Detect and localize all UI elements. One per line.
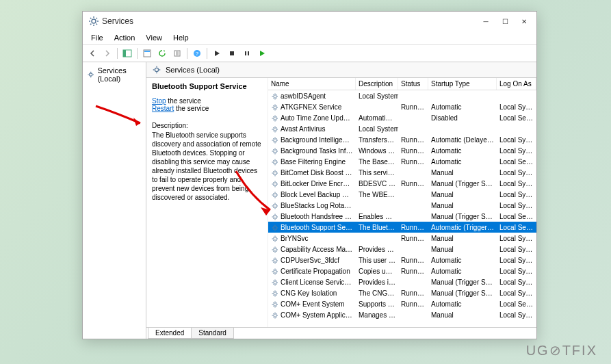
svg-point-18: [274, 150, 277, 153]
cell-startup: Manual (Trigger Start): [428, 289, 497, 298]
close-button[interactable]: ✕: [515, 14, 534, 28]
menu-file[interactable]: File: [86, 32, 109, 43]
minimize-button[interactable]: ─: [476, 14, 495, 28]
cell-logon: Local System: [497, 146, 536, 155]
cell-status: Running: [398, 103, 428, 112]
menubar: File Action View Help: [83, 31, 536, 45]
cell-startup: Manual (Trigger Start): [428, 278, 497, 287]
cell-startup: Manual (Trigger Start): [428, 179, 497, 188]
cell-logon: Local Service: [497, 114, 536, 122]
help-button[interactable]: ?: [190, 47, 204, 60]
service-row[interactable]: CNG Key IsolationThe CNG ke...RunningMan…: [268, 287, 536, 298]
service-row[interactable]: Client License Service (ClipSV...Provide…: [268, 276, 536, 287]
forward-button[interactable]: [101, 47, 114, 60]
tree-root-item[interactable]: Services (Local): [86, 65, 143, 84]
tab-standard[interactable]: Standard: [191, 328, 234, 339]
gear-icon: [268, 146, 278, 155]
start-service-button[interactable]: [210, 47, 224, 60]
service-row[interactable]: Auto Time Zone UpdaterAutomaticall...Dis…: [268, 112, 536, 123]
service-row[interactable]: ATKGFNEX ServiceRunningAutomaticLocal Sy…: [268, 101, 536, 112]
col-startup[interactable]: Startup Type: [428, 78, 497, 90]
tab-extended[interactable]: Extended: [148, 328, 192, 339]
col-status[interactable]: Status: [398, 78, 428, 90]
service-row[interactable]: BlueStacks Log Rotator Servi...ManualLoc…: [268, 200, 536, 211]
col-name[interactable]: Name: [268, 78, 356, 90]
service-row[interactable]: Bluetooth Handsfree ServiceEnables wire.…: [268, 211, 536, 222]
gear-icon: [268, 179, 278, 187]
selected-service-title: Bluetooth Support Service: [152, 82, 262, 90]
service-row[interactable]: COM+ Event SystemSupports Sy...RunningAu…: [268, 298, 536, 309]
service-row[interactable]: BitLocker Drive Encryption S...BDESVC ho…: [268, 178, 536, 189]
service-row[interactable]: Block Level Backup Engine S...The WBENGI…: [268, 189, 536, 200]
svg-point-15: [274, 117, 277, 120]
svg-point-24: [274, 216, 277, 219]
services-list: Name Description Status Startup Type Log…: [268, 78, 536, 327]
show-hide-button[interactable]: [120, 47, 134, 60]
cell-logon: Local System: [497, 179, 536, 188]
service-row[interactable]: Background Tasks Infrastruc...Windows in…: [268, 145, 536, 156]
service-row[interactable]: Avast AntivirusLocal System: [268, 123, 536, 134]
svg-point-25: [274, 226, 277, 230]
gear-icon: [268, 168, 278, 177]
menu-action[interactable]: Action: [109, 32, 141, 43]
stop-service-link[interactable]: Stop: [152, 97, 166, 105]
service-row[interactable]: BrYNSvcRunningManualLocal System: [268, 233, 536, 244]
cell-name: Background Tasks Infrastruc...: [278, 146, 356, 155]
pause-service-button[interactable]: [240, 47, 254, 60]
svg-point-13: [274, 95, 277, 99]
cell-name: BlueStacks Log Rotator Servi...: [278, 201, 356, 210]
svg-point-23: [274, 205, 277, 208]
cell-status: Running: [398, 157, 428, 166]
cell-startup: Manual: [428, 245, 497, 254]
service-row[interactable]: Bluetooth Support ServiceThe Bluetoo...R…: [268, 222, 536, 233]
back-button[interactable]: [86, 47, 99, 60]
cell-desc: This service ...: [356, 168, 398, 177]
restart-service-link[interactable]: Restart: [152, 105, 174, 112]
cell-startup: Automatic: [428, 146, 497, 155]
svg-point-14: [274, 106, 277, 109]
cell-desc: Copies user ...: [356, 267, 398, 276]
stop-service-link-row: Stop the service: [152, 97, 262, 105]
cell-desc: The WBENGI...: [356, 190, 398, 199]
stop-service-button[interactable]: [225, 47, 239, 60]
svg-point-29: [274, 270, 277, 274]
cell-status: Running: [398, 289, 428, 298]
cell-name: BitComet Disk Boost Service: [278, 168, 356, 177]
cell-desc: Provides infr...: [356, 278, 398, 287]
services-window: Services ─ ☐ ✕ File Action View Help ?: [82, 11, 537, 339]
gear-icon: [268, 157, 278, 166]
watermark: UG⊘TFIX: [526, 342, 597, 359]
svg-rect-10: [248, 51, 249, 55]
properties-button[interactable]: [140, 47, 154, 60]
service-row[interactable]: Capability Access Manager S...Provides f…: [268, 244, 536, 255]
gear-icon: [268, 311, 278, 319]
restart-service-button[interactable]: [255, 47, 269, 60]
cell-logon: Local System: [497, 267, 536, 276]
svg-point-31: [274, 292, 277, 296]
col-description[interactable]: Description: [356, 78, 398, 90]
service-row[interactable]: Base Filtering EngineThe Base Filt...Run…: [268, 156, 536, 167]
menu-help[interactable]: Help: [168, 32, 194, 43]
service-row[interactable]: aswbIDSAgentLocal System: [268, 90, 536, 101]
service-row[interactable]: BitComet Disk Boost ServiceThis service …: [268, 167, 536, 178]
service-row[interactable]: CDPUserSvc_3fdcfThis user ser...RunningA…: [268, 255, 536, 265]
svg-point-21: [274, 183, 277, 186]
maximize-button[interactable]: ☐: [495, 14, 515, 28]
list-body[interactable]: aswbIDSAgentLocal SystemATKGFNEX Service…: [268, 90, 536, 327]
service-row[interactable]: Certificate PropagationCopies user ...Ru…: [268, 265, 536, 276]
cell-desc: Provides faci...: [356, 245, 398, 254]
titlebar[interactable]: Services ─ ☐ ✕: [83, 12, 536, 31]
gear-icon: [268, 223, 278, 231]
service-row[interactable]: Background Intelligent Tran...Transfers …: [268, 134, 536, 145]
cell-status: Running: [398, 234, 428, 243]
export-button[interactable]: [170, 47, 184, 60]
menu-view[interactable]: View: [140, 32, 168, 43]
col-logon[interactable]: Log On As: [497, 78, 536, 90]
window-title: Services: [102, 16, 476, 26]
toolbar: ?: [83, 45, 536, 62]
refresh-button[interactable]: [155, 47, 169, 60]
cell-desc: Manages th...: [356, 311, 398, 320]
svg-rect-2: [123, 50, 126, 57]
service-row[interactable]: COM+ System ApplicationManages th...Manu…: [268, 309, 536, 320]
gear-icon: [268, 256, 278, 264]
